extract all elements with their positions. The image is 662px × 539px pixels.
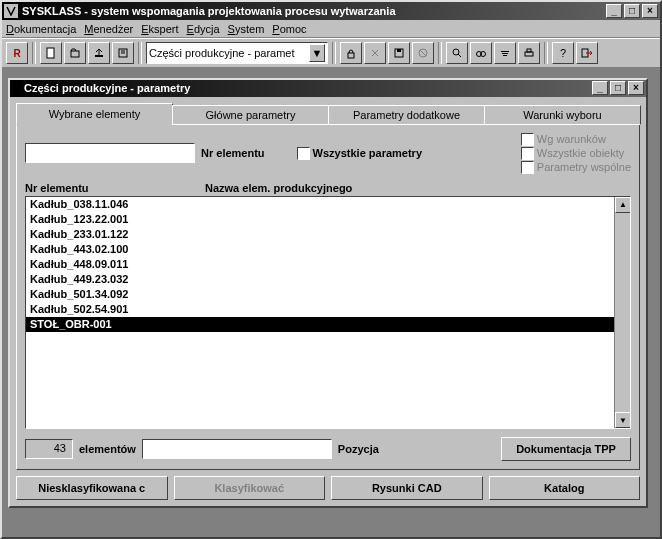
wg-warunkow-check: Wg warunków (521, 133, 631, 146)
menu-menedzer[interactable]: Menedżer (84, 23, 133, 35)
help-icon[interactable]: ? (552, 42, 574, 64)
col-nr-header: Nr elementu (25, 182, 205, 194)
toolbar-combo[interactable]: Części produkcyjne - paramet ▼ (146, 42, 328, 64)
svg-rect-15 (501, 51, 509, 52)
count-label: elementów (79, 443, 136, 455)
svg-line-12 (458, 54, 461, 57)
app-icon (4, 4, 18, 18)
toolbar-combo-text: Części produkcyjne - paramet (149, 47, 309, 59)
menu-system[interactable]: System (228, 23, 265, 35)
open-icon[interactable] (64, 42, 86, 64)
minimize-button[interactable]: _ (606, 4, 622, 18)
save-icon[interactable] (388, 42, 410, 64)
tab-glowne-parametry[interactable]: Główne parametry (172, 105, 329, 125)
toolbar: R Części produkcyjne - paramet ▼ ? (2, 38, 660, 68)
tab-label: Warunki wyboru (523, 109, 601, 121)
tab-strip: Wybrane elementy Główne parametry Parame… (16, 103, 640, 125)
nr-elementu-label: Nr elementu (201, 147, 265, 159)
check-label: Wszystkie obiekty (537, 147, 624, 159)
refresh-icon[interactable] (364, 42, 386, 64)
list-item[interactable]: Kadłub_448.09.011 (26, 257, 614, 272)
count-value: 43 (25, 439, 73, 459)
check-label: Wg warunków (537, 133, 606, 145)
new-icon[interactable] (40, 42, 62, 64)
menu-dokumentacja[interactable]: Dokumentacja (6, 23, 76, 35)
child-title: Części produkcyjne - parametry (22, 82, 592, 94)
list-item[interactable]: Kadłub_501.34.092 (26, 287, 614, 302)
svg-text:?: ? (560, 47, 566, 59)
nr-elementu-input[interactable] (25, 143, 195, 163)
wszystkie-obiekty-check: Wszystkie obiekty (521, 147, 631, 160)
katalog-button[interactable]: Katalog (489, 476, 641, 500)
search-icon[interactable] (446, 42, 468, 64)
scroll-down-icon[interactable]: ▼ (615, 412, 631, 428)
niesklasyfikowana-button[interactable]: Niesklasyfikowana c (16, 476, 168, 500)
svg-rect-8 (397, 49, 401, 52)
export-icon[interactable] (88, 42, 110, 64)
app-titlebar[interactable]: SYSKLASS - system wspomagania projektowa… (2, 2, 660, 20)
list-item[interactable]: Kadłub_038.11.046 (26, 197, 614, 212)
list-item[interactable]: Kadłub_233.01.122 (26, 227, 614, 242)
child-minimize-button[interactable]: _ (592, 81, 608, 95)
list-item[interactable]: Kadłub_449.23.032 (26, 272, 614, 287)
pozycja-label: Pozycja (338, 443, 379, 455)
col-nazwa-header: Nazwa elem. produkcyjnego (205, 182, 631, 194)
rysunki-cad-button[interactable]: Rysunki CAD (331, 476, 483, 500)
elements-listbox[interactable]: Kadłub_038.11.046Kadłub_123.22.001Kadłub… (25, 196, 631, 429)
maximize-button[interactable]: □ (624, 4, 640, 18)
toolbar-separator (544, 42, 548, 64)
svg-rect-16 (502, 53, 508, 54)
menu-pomoc[interactable]: Pomoc (272, 23, 306, 35)
app-window: SYSKLASS - system wspomagania projektowa… (0, 0, 662, 539)
bottom-button-row: Niesklasyfikowana c Klasyfikować Rysunki… (16, 476, 640, 500)
menu-ekspert[interactable]: Ekspert (141, 23, 178, 35)
tab-parametry-dodatkowe[interactable]: Parametry dodatkowe (328, 105, 485, 125)
print-icon[interactable] (518, 42, 540, 64)
list-item[interactable]: Kadłub_123.22.001 (26, 212, 614, 227)
tab-warunki-wyboru[interactable]: Warunki wyboru (484, 105, 641, 125)
svg-rect-6 (348, 53, 354, 58)
binoculars-icon[interactable] (470, 42, 492, 64)
svg-rect-19 (527, 49, 531, 52)
parametry-wspolne-check: Parametry wspólne (521, 161, 631, 174)
chevron-down-icon[interactable]: ▼ (309, 44, 325, 62)
toolbar-separator (332, 42, 336, 64)
checkbox-icon (521, 147, 534, 160)
svg-rect-1 (71, 51, 79, 57)
klasyfikowac-button: Klasyfikować (174, 476, 326, 500)
pozycja-input[interactable] (142, 439, 332, 459)
tab-label: Parametry dodatkowe (353, 109, 460, 121)
tab-body: Nr elementu Wszystkie parametry Wg warun… (16, 125, 640, 470)
list-item[interactable]: STOŁ_OBR-001 (26, 317, 614, 332)
lock-icon[interactable] (340, 42, 362, 64)
import-icon[interactable] (112, 42, 134, 64)
list-headers: Nr elementu Nazwa elem. produkcyjnego (25, 182, 631, 194)
list-item[interactable]: Kadłub_443.02.100 (26, 242, 614, 257)
svg-rect-0 (47, 48, 54, 58)
mdi-workarea: Części produkcyjne - parametry _ □ × Wyb… (2, 68, 660, 537)
filter-icon[interactable] (494, 42, 516, 64)
checkbox-icon (521, 161, 534, 174)
tab-label: Główne parametry (206, 109, 296, 121)
check-label: Parametry wspólne (537, 161, 631, 173)
r-button[interactable]: R (6, 42, 28, 64)
tab-label: Wybrane elementy (49, 108, 141, 120)
checkbox-icon (297, 147, 310, 160)
exit-icon[interactable] (576, 42, 598, 64)
wszystkie-parametry-check[interactable]: Wszystkie parametry (297, 147, 422, 160)
close-button[interactable]: × (642, 4, 658, 18)
list-item[interactable]: Kadłub_502.54.901 (26, 302, 614, 317)
cancel-icon[interactable] (412, 42, 434, 64)
scroll-up-icon[interactable]: ▲ (615, 197, 631, 213)
check-label: Wszystkie parametry (313, 147, 422, 159)
child-maximize-button[interactable]: □ (610, 81, 626, 95)
child-titlebar[interactable]: Części produkcyjne - parametry _ □ × (10, 80, 646, 97)
child-close-button[interactable]: × (628, 81, 644, 95)
menu-edycja[interactable]: Edycja (187, 23, 220, 35)
dokumentacja-tpp-button[interactable]: Dokumentacja TPP (501, 437, 631, 461)
scrollbar[interactable]: ▲ ▼ (614, 197, 630, 428)
tab-wybrane-elementy[interactable]: Wybrane elementy (16, 103, 173, 125)
app-title: SYSKLASS - system wspomagania projektowa… (22, 5, 606, 17)
menubar: Dokumentacja Menedżer Ekspert Edycja Sys… (2, 20, 660, 38)
toolbar-separator (138, 42, 142, 64)
